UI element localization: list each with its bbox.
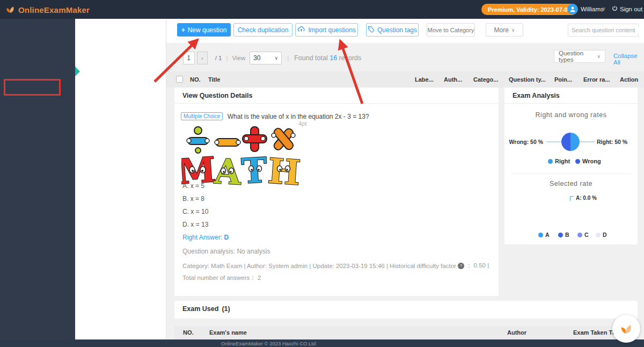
user-chevron-down-icon[interactable]: ∨ (602, 6, 606, 11)
exam-used-table-header: NO. Exam's name Author Exam Taken Tim... (174, 326, 638, 339)
option-b: B. x = 8 (182, 195, 204, 203)
option-a: A. x = 5 (182, 182, 204, 190)
select-all-checkbox[interactable] (176, 76, 183, 83)
help-icon[interactable]: ? (458, 263, 464, 269)
question-tags-button[interactable]: Question tags (366, 23, 419, 37)
legend-option-c: C (577, 232, 589, 238)
legend-option-d: D (596, 232, 607, 238)
check-duplication-button[interactable]: Check duplication (233, 23, 292, 37)
power-icon (612, 5, 618, 12)
col-no: NO. (190, 76, 201, 83)
right-wrong-chart-title: Right and wrong rates (504, 111, 638, 119)
callout-leader-line (570, 196, 574, 201)
footer-text: OnlineExamMaker © 2023 Haozhi CO.Ltd (0, 341, 537, 346)
legend-wrong: Wrong (575, 158, 601, 164)
new-question-button[interactable]: + New question (177, 23, 231, 37)
found-count: 16 (330, 54, 337, 62)
floating-brand-widget[interactable] (612, 315, 640, 343)
prev-page-button[interactable]: ‹ (176, 54, 179, 62)
option-d: D. x = 13 (182, 221, 208, 228)
tag-icon (368, 26, 375, 34)
option-c: C. x = 10 (182, 208, 208, 215)
col-no: NO. (183, 329, 194, 336)
question-line: Multiple Choice What is the value of x i… (181, 112, 481, 120)
legend-right: Right (548, 158, 570, 164)
svg-text:H: H (267, 150, 302, 186)
search-question-input[interactable] (568, 27, 644, 33)
collapse-all-link[interactable]: Collapse All (613, 53, 644, 66)
sign-out-button[interactable]: Sign out (612, 5, 642, 12)
pagination: ‹ 1 › / 1 | View 30 ∨ | Found total 16 r… (176, 52, 361, 64)
legend-dot-right (548, 159, 553, 164)
avatar[interactable] (567, 4, 578, 15)
panel-title: Exam Used (1) (174, 301, 638, 317)
right-wrong-pie[interactable] (561, 133, 580, 151)
exam-used-count: (1) (222, 305, 230, 313)
plus-icon: + (181, 26, 185, 34)
col-points: Poin... (554, 76, 572, 83)
next-page-button[interactable]: › (197, 52, 208, 64)
page-size-select[interactable]: 30 ∨ (250, 52, 282, 64)
svg-text:T: T (240, 150, 268, 186)
right-rate-label: Right: 50 % (597, 139, 627, 145)
active-item-notch (75, 67, 80, 76)
exam-analysis-panel: Exam Analysis Right and wrong rates Wron… (504, 88, 638, 244)
legend-dot-b (558, 233, 563, 237)
logo-icon (4, 3, 16, 17)
col-category: Catego... (473, 76, 498, 83)
premium-badge: Premium, Validity: 2023-07-07 (481, 4, 577, 15)
page-total: / 1 (215, 55, 222, 61)
questions-table-header: NO. Title Labe... Auth... Catego... Ques… (166, 71, 644, 88)
chevron-down-icon: ∨ (597, 54, 601, 59)
more-button[interactable]: More ∨ (486, 23, 523, 37)
col-exam-name: Exam's name (209, 329, 247, 336)
found-records-text: Found total 16 records (294, 54, 361, 62)
import-questions-button[interactable]: Import questions (295, 23, 358, 37)
col-author: Auth... (444, 76, 462, 83)
col-action: Action (620, 76, 638, 83)
divider (511, 174, 631, 174)
chevron-down-icon: ∨ (511, 27, 515, 33)
legend-dot-a (538, 233, 543, 237)
view-label: View (232, 55, 245, 61)
sidebar (0, 19, 75, 339)
question-types-dropdown[interactable]: Question types ∨ (554, 50, 605, 63)
panel-title: Exam Analysis (504, 88, 638, 104)
question-type-badge: Multiple Choice (181, 112, 223, 120)
cloud-upload-icon (297, 26, 305, 34)
logo-text: OnlineExamMaker (18, 5, 90, 15)
move-to-category-button[interactable]: Move to Category (427, 23, 475, 37)
col-error-rate: Error ra... (583, 76, 610, 83)
col-author: Author (507, 329, 526, 336)
page-number-box[interactable]: 1 (183, 52, 195, 64)
legend-dot-wrong (575, 159, 580, 164)
legend-option-a: A (538, 232, 550, 238)
question-image-math: M A T H (181, 124, 308, 188)
chevron-down-icon: ∨ (275, 55, 279, 61)
question-text: What is the value of x in the equation 2… (228, 113, 369, 120)
selected-rate-callout: A: 0.0 % (576, 195, 597, 201)
col-title: Title (208, 76, 220, 83)
view-question-details-panel: View Question Details Multiple Choice Wh… (174, 88, 499, 296)
user-name[interactable]: Williams (581, 6, 604, 12)
wrong-rate-label: Wrong: 50 % (509, 139, 543, 145)
annotation-highlight-box (4, 79, 61, 96)
sign-out-label: Sign out (620, 6, 642, 12)
legend-option-b: B (558, 232, 569, 238)
question-analysis: Question analysis: No analysis (182, 248, 270, 255)
search-question-box (568, 24, 639, 37)
legend-dot-d (596, 233, 601, 237)
question-meta: Category: Math Exam | Author: System adm… (182, 262, 489, 270)
footer-bar: OnlineExamMaker © 2023 Haozhi CO.Ltd (0, 339, 644, 347)
col-label: Labe... (415, 76, 434, 83)
selected-rate-title: Selected rate (504, 180, 638, 187)
svg-text:A: A (213, 151, 243, 186)
top-header-bar: OnlineExamMaker Premium, Validity: 2023-… (0, 0, 644, 19)
exam-used-panel: Exam Used (1) (174, 301, 638, 319)
col-question-type: Question ty... (509, 76, 546, 83)
app-logo: OnlineExamMaker (4, 3, 90, 17)
right-answer: Right Answer: D (182, 234, 229, 241)
categories-panel (75, 19, 166, 339)
legend-dot-c (577, 233, 582, 237)
logo-icon (618, 320, 634, 338)
